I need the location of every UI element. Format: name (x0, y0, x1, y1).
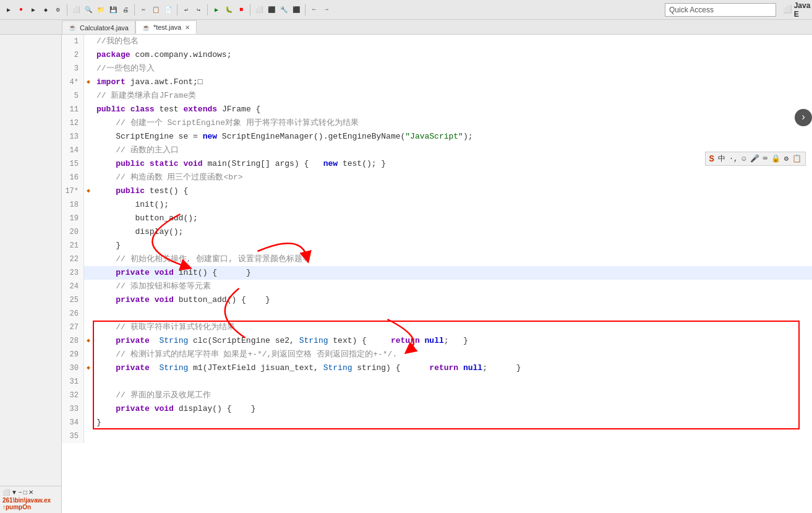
line-content-29: // 检测计算式的结尾字符串 如果是+-*/,则返回空格 否则返回指定的+-*/… (93, 348, 397, 361)
toolbar-icon-run[interactable]: ▶ (212, 5, 221, 15)
tab-test-label: *test.java (153, 24, 181, 31)
line-content-16: // 构造函数 用三个过度函数<br> (93, 171, 243, 184)
code-line-30: 30 ◆ private String m1(JTextField jisuan… (62, 361, 812, 375)
line-content-32: // 界面的显示及收尾工作 (93, 389, 211, 402)
ime-keyboard[interactable]: ⌨ (762, 154, 769, 163)
line-content-30: private String m1(JTextField jisuan_text… (93, 361, 521, 375)
tab-test[interactable]: ☕ *test.java ✕ (135, 20, 197, 34)
code-line-25: 25 private void button_add() { } (62, 293, 812, 307)
toolbar-icon-18[interactable]: 🔧 (279, 5, 289, 15)
left-panel: ⬜ ▼ − □ ✕ 261\bin\javaw.ex ↑pumpOn (0, 35, 62, 513)
perspective-icon-1[interactable]: ⬜ (781, 4, 793, 16)
code-line-28: 28 ◆ private String clc(ScriptEngine se2… (62, 334, 812, 348)
toolbar-right: ⬜ Java E (781, 4, 808, 16)
toolbar-sep-2 (134, 4, 135, 15)
ime-s-logo: S (708, 154, 716, 164)
toolbar-icon-7[interactable]: 🔍 (83, 5, 93, 15)
line-content-34: } (93, 416, 101, 429)
ime-clipboard[interactable]: 📋 (791, 154, 803, 163)
toolbar-icon-5[interactable]: ⚙ (53, 5, 63, 15)
code-line-5: 5 // 新建类继承自JFrame类 (62, 89, 812, 103)
tab-calculator4-icon: ☕ (69, 24, 76, 31)
toolbar-icon-6[interactable]: ⬜ (71, 5, 81, 15)
bottom-icon-4[interactable]: □ (24, 489, 27, 496)
toolbar-icon-4[interactable]: ◆ (41, 5, 51, 15)
line-num-2: 2 (62, 48, 84, 62)
toolbar-icon-2[interactable]: ● (16, 5, 26, 15)
tab-test-icon: ☕ (142, 24, 150, 31)
toolbar-icon-19[interactable]: ⬛ (291, 5, 301, 15)
toolbar-icon-3[interactable]: ▶ (28, 5, 38, 15)
ime-lock[interactable]: 🔒 (770, 154, 782, 163)
toolbar-icon-stop[interactable]: ■ (236, 5, 246, 15)
line-num-26: 26 (62, 307, 84, 321)
ime-punct[interactable]: ·, (728, 155, 739, 163)
code-lines-container: 1 //我的包名 2 package com.company.windows; … (62, 35, 812, 513)
left-panel-top (0, 35, 61, 486)
ime-settings[interactable]: ⚙ (783, 154, 790, 163)
line-num-21: 21 (62, 239, 84, 252)
line-num-15: 15 (62, 157, 84, 171)
code-line-14: 14 // 函数的主入口 (62, 144, 812, 157)
toolbar-icon-11[interactable]: ✂ (139, 5, 148, 15)
bottom-icon-1[interactable]: ⬜ (2, 489, 10, 496)
line-num-25: 25 (62, 293, 84, 307)
bottom-icon-3[interactable]: − (19, 489, 22, 496)
line-num-22: 22 (62, 252, 84, 266)
toolbar-icon-10[interactable]: 🖨 (121, 5, 130, 15)
code-line-24: 24 // 添加按钮和标签等元素 (62, 280, 812, 293)
ime-emoji[interactable]: ☺ (740, 155, 747, 163)
code-line-1: 1 //我的包名 (62, 35, 812, 48)
toolbar-icon-debug[interactable]: 🐛 (224, 5, 234, 15)
line-num-11: 11 (62, 103, 84, 116)
toolbar-icon-12[interactable]: 📋 (151, 5, 161, 15)
line-num-3: 3 (62, 62, 84, 75)
code-line-12: 12 // 创建一个 ScriptEngine对象 用于将字符串计算式转化为结果 (62, 116, 812, 130)
toolbar-icon-13[interactable]: 📄 (163, 5, 173, 15)
line-num-31: 31 (62, 375, 84, 389)
code-line-11: 11 public class test extends JFrame { (62, 103, 812, 116)
toolbar-sep-1 (67, 4, 67, 15)
scroll-icon: › (800, 112, 806, 123)
java-e-perspective[interactable]: Java E (796, 4, 808, 16)
line-num-13: 13 (62, 130, 84, 144)
line-num-34: 34 (62, 416, 84, 429)
toolbar-icon-8[interactable]: 📁 (96, 5, 106, 15)
code-line-2: 2 package com.company.windows; (62, 48, 812, 62)
code-line-19: 19 button_add(); (62, 212, 812, 225)
tab-calculator4[interactable]: ☕ Calculator4.java (62, 20, 135, 34)
scroll-indicator[interactable]: › (795, 109, 812, 126)
line-num-32: 32 (62, 389, 84, 402)
toolbar-icon-15[interactable]: ↪ (194, 5, 203, 15)
main-toolbar: ▶ ● ▶ ◆ ⚙ ⬜ 🔍 📁 💾 🖨 ✂ 📋 📄 ↩ ↪ ▶ 🐛 ■ ⬜ ⬛ … (0, 0, 812, 20)
line-content-18: init(); (93, 198, 169, 212)
line-marker-17: ◆ (84, 184, 93, 198)
quick-access-input[interactable]: Quick Access (665, 3, 776, 17)
line-num-14: 14 (62, 144, 84, 157)
line-content-20: display(); (93, 225, 183, 239)
line-num-33: 33 (62, 402, 84, 416)
bottom-icon-5[interactable]: ✕ (28, 489, 33, 496)
toolbar-sep-3 (177, 4, 177, 15)
toolbar-icon-17[interactable]: ⬛ (267, 5, 276, 15)
line-content-23: private void init() { } (93, 266, 251, 280)
ime-chinese[interactable]: 中 (717, 153, 727, 164)
toolbar-icon-9[interactable]: 💾 (108, 5, 118, 15)
tab-test-close[interactable]: ✕ (185, 24, 190, 31)
code-editor[interactable]: 1 //我的包名 2 package com.company.windows; … (62, 35, 812, 513)
tab-bar: ☕ Calculator4.java ☕ *test.java ✕ (0, 20, 812, 35)
toolbar-sep-4 (207, 4, 208, 15)
toolbar-icon-1[interactable]: ▶ (4, 5, 14, 15)
bottom-icon-2[interactable]: ▼ (11, 489, 17, 496)
toolbar-icon-21[interactable]: → (322, 5, 331, 15)
toolbar-icon-14[interactable]: ↩ (181, 5, 191, 15)
toolbar-icon-20[interactable]: ← (309, 5, 319, 15)
code-line-26: 26 (62, 307, 812, 321)
line-num-28: 28 (62, 334, 84, 348)
line-content-12: // 创建一个 ScriptEngine对象 用于将字符串计算式转化为结果 (93, 116, 359, 130)
line-content-28: private String clc(ScriptEngine se2, Str… (93, 334, 468, 348)
toolbar-icon-16[interactable]: ⬜ (254, 5, 264, 15)
ime-voice[interactable]: 🎤 (749, 154, 761, 163)
line-content-2: package com.company.windows; (93, 48, 231, 62)
line-content-25: private void button_add() { } (93, 293, 270, 307)
